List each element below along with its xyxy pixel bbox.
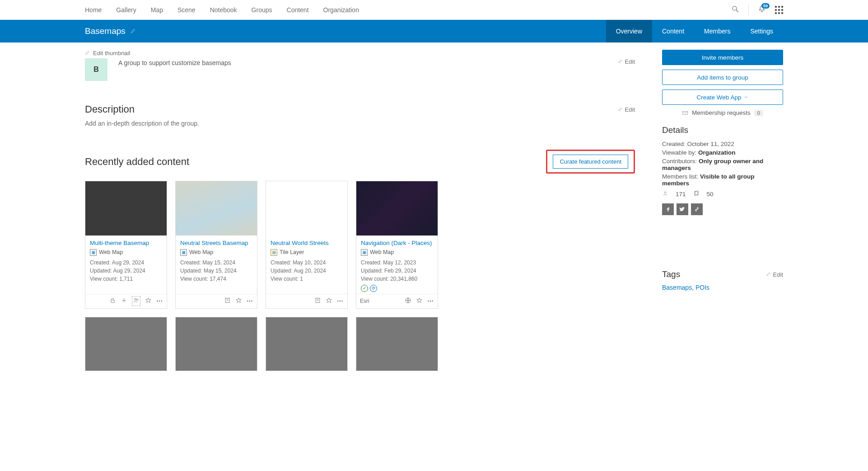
description-placeholder[interactable]: Add an in-depth description of the group… xyxy=(85,120,635,127)
add-items-button[interactable]: Add items to group xyxy=(662,70,783,85)
curate-featured-content-button[interactable]: Curate featured content xyxy=(553,155,628,169)
content-card[interactable]: Neutral Streets Basemap ▦Web Map Created… xyxy=(175,181,257,309)
tag-link[interactable]: Basemaps xyxy=(662,284,692,291)
star-icon[interactable] xyxy=(235,297,242,305)
edit-summary-button[interactable]: Edit xyxy=(618,58,635,65)
star-icon[interactable] xyxy=(416,297,423,305)
nav-home[interactable]: Home xyxy=(85,6,102,14)
edit-description-button[interactable]: Edit xyxy=(618,106,635,113)
card-created: Created: Aug 29, 2024 xyxy=(90,259,162,267)
card-updated: Updated: Aug 29, 2024 xyxy=(90,267,162,275)
edit-title-icon[interactable] xyxy=(130,28,136,35)
nav-notebook[interactable]: Notebook xyxy=(210,6,237,14)
invite-members-button[interactable]: Invite members xyxy=(662,50,783,65)
search-icon[interactable] xyxy=(731,5,739,14)
envelope-icon xyxy=(682,110,688,116)
membership-requests-link[interactable]: Membership requests 0 xyxy=(662,109,783,116)
chevron-down-icon xyxy=(744,95,748,99)
card-created: Created: May 12, 2023 xyxy=(361,259,433,267)
main-column: Edit thumbnail B A group to support cust… xyxy=(85,50,635,371)
pencil-icon xyxy=(618,106,623,113)
web-map-icon: ▦ xyxy=(180,249,187,256)
membership-requests-label: Membership requests xyxy=(692,109,751,116)
card-views: View count: 20,341,860 xyxy=(361,275,433,283)
content-card[interactable]: Multi-theme Basemap ▦Web Map Created: Au… xyxy=(85,181,167,309)
members-count: 171 xyxy=(676,191,686,198)
globe-icon[interactable] xyxy=(405,297,411,305)
star-icon[interactable] xyxy=(326,297,332,305)
nav-groups[interactable]: Groups xyxy=(252,6,272,14)
detail-viewable: Viewable by: Organization xyxy=(662,149,783,156)
svg-point-5 xyxy=(135,298,136,300)
edit-thumbnail-link[interactable]: Edit thumbnail xyxy=(85,50,635,57)
card-thumbnail xyxy=(266,181,347,236)
facebook-share-icon[interactable] xyxy=(662,203,674,215)
tags-heading: Tags xyxy=(662,269,680,279)
svg-line-1 xyxy=(736,10,738,12)
nav-organization[interactable]: Organization xyxy=(323,6,359,14)
content-card[interactable]: Neutral World Streets ▤Tile Layer Create… xyxy=(266,181,348,309)
edit-tags-button[interactable]: Edit xyxy=(766,271,783,278)
group-icon[interactable] xyxy=(132,296,140,306)
more-options-icon[interactable]: ⋯ xyxy=(337,297,344,305)
tile-layer-icon: ▤ xyxy=(271,249,277,256)
group-title: Basemaps xyxy=(85,26,126,36)
org-icon[interactable] xyxy=(314,297,321,305)
authoritative-badge-icon: ✓ xyxy=(361,285,368,292)
create-web-app-button[interactable]: Create Web App xyxy=(662,89,783,105)
card-title[interactable]: Neutral Streets Basemap xyxy=(180,239,252,247)
edit-thumbnail-label: Edit thumbnail xyxy=(93,50,130,57)
content-second-row xyxy=(85,317,635,371)
card-owner: Esri xyxy=(360,298,369,304)
nav-scene[interactable]: Scene xyxy=(177,6,196,14)
svg-rect-2 xyxy=(111,300,115,303)
link-share-icon[interactable] xyxy=(691,203,703,215)
svg-point-6 xyxy=(136,299,138,301)
card-thumbnail[interactable] xyxy=(85,317,167,371)
svg-point-15 xyxy=(664,192,666,193)
content-card-grid: Multi-theme Basemap ▦Web Map Created: Au… xyxy=(85,181,635,309)
card-thumbnail xyxy=(176,181,257,236)
card-thumbnail[interactable] xyxy=(266,317,348,371)
lock-icon[interactable] xyxy=(109,297,116,305)
description-heading: Description xyxy=(85,104,135,115)
card-views: View count: 17,474 xyxy=(180,275,252,283)
nav-content[interactable]: Content xyxy=(287,6,309,14)
group-summary-text: A group to support customize basemaps xyxy=(118,58,231,66)
recent-content-heading: Recently added content xyxy=(85,156,189,168)
edit-label: Edit xyxy=(625,58,635,65)
card-updated: Updated: Aug 20, 2024 xyxy=(271,267,343,275)
card-created: Created: May 15, 2024 xyxy=(180,259,252,267)
card-thumbnail[interactable] xyxy=(356,317,438,371)
tab-content[interactable]: Content xyxy=(652,20,694,42)
svg-rect-14 xyxy=(683,111,688,114)
nav-gallery[interactable]: Gallery xyxy=(116,6,136,14)
group-thumbnail: B xyxy=(85,58,107,81)
more-options-icon[interactable]: ⋯ xyxy=(156,297,163,305)
detail-contributors: Contributors: Only group owner and manag… xyxy=(662,158,783,171)
tab-overview[interactable]: Overview xyxy=(606,20,652,42)
card-title[interactable]: Multi-theme Basemap xyxy=(90,239,162,247)
tab-members[interactable]: Members xyxy=(694,20,740,42)
card-type: Web Map xyxy=(370,249,394,255)
more-options-icon[interactable]: ⋯ xyxy=(427,297,434,305)
create-web-app-label: Create Web App xyxy=(697,94,742,101)
twitter-share-icon[interactable] xyxy=(677,203,688,215)
notifications-button[interactable]: 59 xyxy=(758,5,766,14)
card-title[interactable]: Navigation (Dark - Places) xyxy=(361,239,433,247)
tab-settings[interactable]: Settings xyxy=(740,20,783,42)
membership-requests-count: 0 xyxy=(754,110,763,116)
org-icon[interactable] xyxy=(224,297,231,305)
card-title[interactable]: Neutral World Streets xyxy=(271,239,343,247)
plus-icon[interactable] xyxy=(121,297,127,305)
star-icon[interactable] xyxy=(145,297,152,305)
card-views: View count: 1 xyxy=(271,275,343,283)
content-card[interactable]: Navigation (Dark - Places) ▦Web Map Crea… xyxy=(356,181,438,309)
card-thumbnail[interactable] xyxy=(175,317,257,371)
more-options-icon[interactable]: ⋯ xyxy=(247,297,253,305)
tag-link[interactable]: POIs xyxy=(695,284,709,291)
pencil-icon xyxy=(618,58,623,65)
nav-divider xyxy=(748,5,749,15)
nav-map[interactable]: Map xyxy=(151,6,163,14)
app-launcher-icon[interactable] xyxy=(775,6,783,14)
